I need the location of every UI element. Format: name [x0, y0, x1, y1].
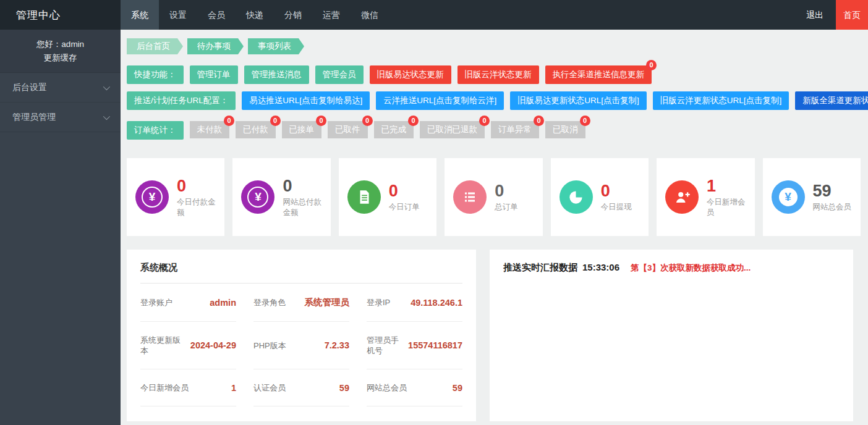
yen-icon: ¥: [135, 180, 169, 214]
overview-cell-admin-phone: 管理员手机号 15574116817: [367, 322, 462, 369]
sidebar-item-admin-management[interactable]: 管理员管理: [0, 103, 121, 132]
topbar: 管理中心 系统 设置 会员 快递 分销 运营 微信 退出 首页: [0, 0, 868, 30]
count-badge: 0: [580, 116, 590, 126]
breadcrumb-list[interactable]: 事项列表: [248, 38, 299, 54]
card-today-withdrawal: 0 今日提现: [551, 158, 649, 236]
overview-table: 登录账户 admin 登录角色 系统管理员 登录IP 49.118.246.1 …: [140, 284, 462, 406]
overview-value: 59: [339, 383, 349, 393]
refresh-cache-link[interactable]: 更新缓存: [0, 51, 121, 65]
stat-cancelled-refunded[interactable]: 已取消已退款 0: [420, 121, 485, 138]
stat-label: 网站总会员: [813, 202, 857, 212]
card-today-new-members: 1 今日新增会员: [657, 158, 754, 236]
quick-actions-row: 快捷功能： 管理订单 管理推送消息 管理会员 旧版易达状态更新 旧版云洋状态更新…: [127, 65, 861, 84]
legacy-yunyang-status-update-button[interactable]: 旧版云洋状态更新: [457, 65, 539, 84]
legacy-yida-status-url-copy-button[interactable]: 旧版易达更新状态URL[点击复制]: [510, 91, 647, 110]
sidebar-item-backend-settings[interactable]: 后台设置: [0, 73, 121, 103]
top-nav: 系统 设置 会员 快递 分销 运营 微信: [121, 0, 389, 30]
overview-cell-total-members: 网站总会员 59: [367, 369, 462, 406]
stat-value: 59: [813, 182, 857, 200]
overview-label: 系统更新版本: [140, 335, 190, 356]
count-badge: 0: [534, 116, 544, 126]
button-label: 执行全渠道推送信息更新: [553, 70, 645, 79]
overview-cell-system-version: 系统更新版本 2024-04-29: [140, 322, 236, 369]
new-omnichannel-status-url-copy-button[interactable]: 新版全渠道更新状态URL[点击复制]: [795, 91, 868, 110]
nav-item-settings[interactable]: 设置: [159, 0, 197, 30]
chevron-down-icon: [103, 83, 110, 90]
stat-value: 1: [707, 177, 751, 195]
stat-value: 0: [177, 177, 221, 195]
stat-value: 0: [495, 182, 539, 200]
breadcrumb: 后台首页 待办事项 事项列表: [127, 38, 861, 54]
file-icon: [347, 180, 381, 214]
card-total-orders: 0 总订单: [445, 158, 542, 236]
push-report-status: 第【3】次获取新数据获取成功...: [631, 263, 751, 274]
push-report-header: 推送实时汇报数据 15:33:06 第【3】次获取新数据获取成功...: [503, 262, 840, 274]
overview-label: 登录角色: [253, 297, 305, 308]
overview-label: 今日新增会员: [140, 382, 231, 393]
legacy-yida-status-update-button[interactable]: 旧版易达状态更新: [370, 65, 451, 84]
stat-paid[interactable]: 已付款 0: [236, 121, 276, 138]
pill-label: 订单异常: [498, 125, 532, 134]
yunyang-push-url-copy-button[interactable]: 云洋推送URL[点击复制给云洋]: [376, 91, 504, 110]
manage-push-messages-button[interactable]: 管理推送消息: [244, 65, 309, 84]
bottom-panels: 系统概况 登录账户 admin 登录角色 系统管理员 登录IP 49.118.2…: [127, 250, 861, 421]
overview-label: 网站总会员: [367, 382, 453, 393]
topbar-right: 退出 首页: [794, 0, 868, 30]
push-report-title: 推送实时汇报数据: [503, 262, 577, 274]
overview-cell-verified-members: 认证会员 59: [253, 369, 349, 406]
overview-cell-login-account: 登录账户 admin: [140, 284, 236, 322]
breadcrumb-home[interactable]: 后台首页: [127, 38, 177, 54]
omnichannel-push-update-button[interactable]: 执行全渠道推送信息更新 0: [545, 65, 652, 84]
overview-value: 59: [453, 383, 462, 393]
greeting-text: 您好：admin: [0, 38, 121, 51]
home-link[interactable]: 首页: [836, 0, 868, 30]
nav-item-express[interactable]: 快递: [236, 0, 274, 30]
nav-item-operation[interactable]: 运营: [312, 0, 351, 30]
count-badge: 0: [224, 116, 234, 126]
overview-cell-today-new-members: 今日新增会员 1: [140, 369, 236, 406]
overview-label: 登录账户: [140, 297, 210, 308]
pill-label: 未付款: [197, 125, 223, 134]
sidebar-greeting: 您好：admin 更新缓存: [0, 30, 121, 73]
overview-label: PHP版本: [253, 340, 325, 351]
overview-value: admin: [210, 298, 236, 308]
yen-icon: ¥: [241, 180, 274, 214]
stat-cards-row: ¥ 0 今日付款金额 ¥ 0 网站总付款金额 0 今日订单: [127, 158, 861, 236]
sidebar: 您好：admin 更新缓存 后台设置 管理员管理: [0, 30, 121, 425]
panel-title: 系统概况: [140, 262, 462, 274]
nav-item-system[interactable]: 系统: [121, 0, 159, 30]
stat-picked-up[interactable]: 已取件 0: [328, 121, 368, 138]
legacy-yunyang-status-url-copy-button[interactable]: 旧版云洋更新状态URL[点击复制]: [653, 91, 789, 110]
yida-push-url-copy-button[interactable]: 易达推送URL[点击复制给易达]: [242, 91, 370, 110]
stat-accepted[interactable]: 已接单 0: [282, 121, 322, 138]
pill-label: 已完成: [381, 125, 407, 134]
count-badge: 0: [316, 116, 326, 126]
stat-unpaid[interactable]: 未付款 0: [190, 121, 230, 138]
nav-item-distribution[interactable]: 分销: [274, 0, 312, 30]
quick-actions-label: 快捷功能：: [127, 65, 184, 84]
system-overview-panel: 系统概况 登录账户 admin 登录角色 系统管理员 登录IP 49.118.2…: [127, 250, 476, 421]
overview-value: 7.2.33: [325, 340, 349, 350]
stat-completed[interactable]: 已完成 0: [374, 121, 414, 138]
overview-label: 认证会员: [253, 382, 339, 393]
breadcrumb-todo[interactable]: 待办事项: [187, 38, 238, 54]
url-config-label: 推送/计划任务URL配置：: [127, 91, 236, 110]
stat-order-abnormal[interactable]: 订单异常 0: [491, 121, 539, 138]
stat-value: 0: [601, 182, 645, 200]
pill-label: 已接单: [289, 125, 315, 134]
pill-label: 已取消已退款: [427, 125, 477, 134]
logout-link[interactable]: 退出: [794, 0, 836, 30]
stat-cancelled[interactable]: 已取消 0: [545, 121, 585, 138]
nav-item-member[interactable]: 会员: [197, 0, 236, 30]
app-title: 管理中心: [0, 0, 121, 30]
coin-icon: ¥: [772, 180, 805, 214]
pill-label: 已取消: [553, 125, 578, 134]
manage-orders-button[interactable]: 管理订单: [190, 65, 238, 84]
push-report-panel: 推送实时汇报数据 15:33:06 第【3】次获取新数据获取成功...: [490, 250, 853, 421]
url-config-row: 推送/计划任务URL配置： 易达推送URL[点击复制给易达] 云洋推送URL[点…: [127, 91, 861, 110]
overview-label: 管理员手机号: [367, 335, 408, 356]
stat-value: 0: [283, 177, 327, 195]
count-badge: 0: [408, 116, 419, 126]
manage-members-button[interactable]: 管理会员: [315, 65, 364, 84]
nav-item-wechat[interactable]: 微信: [351, 0, 389, 30]
